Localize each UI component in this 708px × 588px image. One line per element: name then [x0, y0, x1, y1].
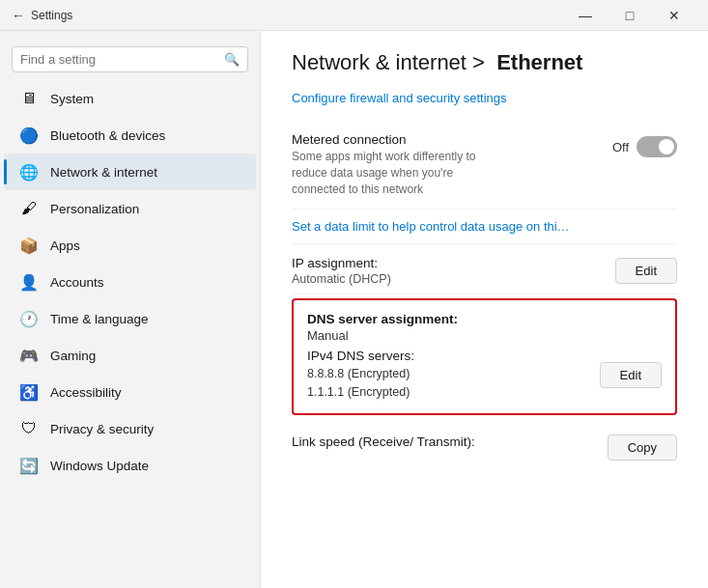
apps-icon: 📦: [19, 236, 39, 255]
dns-server-entry: 1.1.1.1 (Encrypted): [307, 383, 600, 402]
metered-toggle-label: Off: [612, 140, 629, 154]
titlebar-controls: — □ ✕: [563, 0, 696, 31]
sidebar-item-label-network: Network & internet: [50, 165, 157, 180]
sidebar-item-update[interactable]: 🔄 Windows Update: [4, 447, 256, 484]
sidebar-item-label-personalization: Personalization: [50, 202, 139, 216]
ip-assignment-edit-button[interactable]: Edit: [615, 258, 677, 284]
metered-description: Some apps might work differently to redu…: [292, 149, 504, 197]
metered-toggle-switch[interactable]: [637, 136, 677, 157]
dns-title: DNS server assignment:: [307, 312, 662, 326]
search-box[interactable]: 🔍: [12, 46, 248, 72]
sidebar-item-apps[interactable]: 📦 Apps: [4, 227, 256, 264]
dns-info: IPv4 DNS servers: 8.8.8.8 (Encrypted)1.1…: [307, 349, 600, 402]
link-speed-copy-button[interactable]: Copy: [608, 434, 677, 461]
sidebar-item-gaming[interactable]: 🎮 Gaming: [4, 337, 256, 374]
dns-edit-button[interactable]: Edit: [600, 362, 662, 388]
metered-title: Metered connection: [292, 132, 612, 147]
sidebar-item-label-privacy: Privacy & security: [50, 422, 154, 436]
dns-server-entry: 8.8.8.8 (Encrypted): [307, 365, 600, 383]
data-limit-link[interactable]: Set a data limit to help control data us…: [292, 219, 677, 234]
maximize-button[interactable]: □: [608, 0, 652, 31]
update-icon: 🔄: [19, 456, 39, 475]
ip-info: IP assignment: Automatic (DHCP): [292, 256, 391, 286]
sidebar-item-label-time: Time & language: [50, 312, 149, 326]
titlebar: ← Settings — □ ✕: [0, 0, 708, 31]
sidebar-item-personalization[interactable]: 🖌 Personalization: [4, 190, 256, 227]
sidebar-item-label-system: System: [50, 92, 94, 106]
content-body: Configure firewall and security settings…: [261, 91, 708, 472]
sidebar-item-bluetooth[interactable]: 🔵 Bluetooth & devices: [4, 117, 256, 154]
ip-assignment-row: IP assignment: Automatic (DHCP) Edit: [292, 244, 677, 294]
link-speed-info: Link speed (Receive/ Transmit):: [292, 434, 475, 449]
back-icon[interactable]: ←: [12, 8, 25, 23]
dns-box: DNS server assignment: Manual IPv4 DNS s…: [292, 298, 677, 415]
breadcrumb-prefix: Network & internet >: [292, 50, 485, 74]
minimize-button[interactable]: —: [563, 0, 608, 31]
link-speed-title: Link speed (Receive/ Transmit):: [292, 434, 475, 449]
nav-container: 🖥 System 🔵 Bluetooth & devices 🌐 Network…: [0, 80, 260, 484]
titlebar-title: Settings: [31, 9, 72, 22]
sidebar-item-network[interactable]: 🌐 Network & internet: [4, 154, 256, 190]
main-layout: 🔍 🖥 System 🔵 Bluetooth & devices 🌐 Netwo…: [0, 31, 708, 588]
sidebar-item-label-update: Windows Update: [50, 459, 149, 473]
ip-assignment-title: IP assignment:: [292, 256, 391, 270]
metered-toggle-area: Off: [612, 136, 677, 157]
sidebar-item-accessibility[interactable]: ♿ Accessibility: [4, 374, 256, 410]
link-speed-row: Link speed (Receive/ Transmit): Copy: [292, 423, 677, 472]
time-icon: 🕐: [19, 309, 39, 328]
personalization-icon: 🖌: [19, 199, 39, 218]
sidebar-item-time[interactable]: 🕐 Time & language: [4, 300, 256, 337]
sidebar-item-accounts[interactable]: 👤 Accounts: [4, 264, 256, 300]
content-area: Network & internet > Ethernet Configure …: [261, 31, 708, 588]
accessibility-icon: ♿: [19, 382, 39, 402]
dns-servers-title: IPv4 DNS servers:: [307, 349, 600, 363]
system-icon: 🖥: [19, 89, 39, 108]
close-button[interactable]: ✕: [652, 0, 696, 31]
search-icon: 🔍: [224, 52, 240, 67]
dns-subtitle: Manual: [307, 328, 662, 343]
metered-info: Metered connection Some apps might work …: [292, 132, 612, 197]
sidebar-item-label-gaming: Gaming: [50, 349, 96, 363]
dns-row: IPv4 DNS servers: 8.8.8.8 (Encrypted)1.1…: [307, 349, 662, 402]
network-icon: 🌐: [19, 162, 39, 182]
gaming-icon: 🎮: [19, 346, 39, 365]
firewall-link[interactable]: Configure firewall and security settings: [292, 91, 677, 105]
accounts-icon: 👤: [19, 272, 39, 292]
sidebar-item-system[interactable]: 🖥 System: [4, 80, 256, 117]
metered-connection-row: Metered connection Some apps might work …: [292, 121, 677, 210]
privacy-icon: 🛡: [19, 419, 39, 438]
page-header: Network & internet > Ethernet: [261, 31, 708, 91]
sidebar-item-privacy[interactable]: 🛡 Privacy & security: [4, 410, 256, 447]
breadcrumb-current: Ethernet: [496, 50, 582, 74]
sidebar-item-label-bluetooth: Bluetooth & devices: [50, 128, 165, 143]
search-input[interactable]: [20, 52, 218, 67]
bluetooth-icon: 🔵: [19, 126, 39, 145]
sidebar-item-label-accounts: Accounts: [50, 275, 104, 290]
data-limit-row: Set a data limit to help control data us…: [292, 210, 677, 244]
sidebar-item-label-accessibility: Accessibility: [50, 385, 122, 400]
ip-assignment-value: Automatic (DHCP): [292, 272, 391, 286]
sidebar-item-label-apps: Apps: [50, 238, 80, 253]
dns-servers-list: 8.8.8.8 (Encrypted)1.1.1.1 (Encrypted): [307, 365, 600, 402]
sidebar: 🔍 🖥 System 🔵 Bluetooth & devices 🌐 Netwo…: [0, 31, 261, 588]
